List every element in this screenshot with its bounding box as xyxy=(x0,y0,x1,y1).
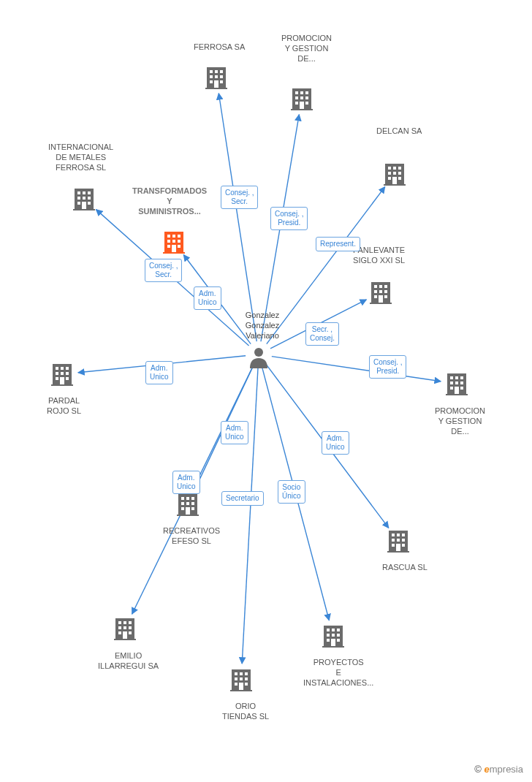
edge-label: Consej. , Presid. xyxy=(369,355,406,379)
svg-rect-41 xyxy=(77,202,80,205)
svg-rect-27 xyxy=(388,172,391,175)
svg-rect-110 xyxy=(387,551,409,553)
svg-rect-54 xyxy=(172,245,176,252)
svg-rect-64 xyxy=(384,295,387,298)
svg-rect-116 xyxy=(123,626,126,629)
svg-rect-73 xyxy=(66,372,69,375)
svg-rect-108 xyxy=(402,544,405,547)
svg-rect-14 xyxy=(300,91,303,94)
svg-rect-130 xyxy=(245,683,248,686)
edge-line xyxy=(272,357,441,381)
svg-rect-123 xyxy=(235,672,238,675)
svg-rect-76 xyxy=(60,377,64,384)
svg-rect-46 xyxy=(167,235,170,238)
svg-rect-65 xyxy=(379,295,383,303)
svg-rect-140 xyxy=(327,639,330,642)
svg-rect-77 xyxy=(51,384,73,386)
copyright-symbol: © xyxy=(474,764,482,775)
svg-rect-69 xyxy=(61,367,64,370)
edge-label: Consej. , Presid. xyxy=(270,207,308,230)
node-label: PARDAL ROJO SL xyxy=(47,396,81,417)
edge-label: Socio Único xyxy=(278,480,305,504)
edge-label: Adm. Unico xyxy=(172,471,200,494)
edge-label: Adm. Unico xyxy=(145,361,173,384)
svg-rect-132 xyxy=(230,690,252,691)
svg-rect-138 xyxy=(332,634,335,637)
svg-rect-58 xyxy=(379,285,382,288)
svg-rect-6 xyxy=(215,75,218,78)
svg-rect-91 xyxy=(186,497,189,500)
center-node-label: Gonzalez Gonzalez Valeriano xyxy=(237,311,288,341)
edge-label: Secr. , Consej. xyxy=(305,322,339,346)
svg-rect-4 xyxy=(220,70,223,73)
svg-rect-74 xyxy=(56,377,58,380)
svg-rect-39 xyxy=(83,197,86,200)
svg-rect-118 xyxy=(118,631,121,634)
svg-rect-127 xyxy=(240,677,243,680)
svg-rect-136 xyxy=(337,629,340,631)
svg-rect-52 xyxy=(167,245,170,248)
svg-rect-125 xyxy=(245,672,248,675)
svg-rect-49 xyxy=(167,240,170,243)
svg-rect-142 xyxy=(331,639,335,646)
node-label: ORIO TIENDAS SL xyxy=(222,702,269,722)
svg-rect-120 xyxy=(123,631,127,639)
svg-rect-115 xyxy=(118,626,121,629)
svg-rect-44 xyxy=(73,209,95,210)
svg-rect-57 xyxy=(374,285,377,288)
svg-point-0 xyxy=(254,348,263,357)
brand-e: e xyxy=(484,764,490,775)
svg-rect-11 xyxy=(205,88,227,89)
svg-rect-35 xyxy=(77,191,80,194)
svg-rect-5 xyxy=(210,75,213,78)
svg-rect-81 xyxy=(460,376,463,379)
svg-rect-18 xyxy=(305,96,308,99)
svg-rect-43 xyxy=(82,202,86,209)
svg-rect-99 xyxy=(177,515,199,516)
svg-rect-92 xyxy=(191,497,194,500)
svg-rect-19 xyxy=(295,102,298,105)
svg-rect-107 xyxy=(392,544,395,547)
svg-rect-26 xyxy=(398,167,401,170)
svg-rect-101 xyxy=(392,534,395,536)
svg-rect-129 xyxy=(235,683,238,686)
svg-rect-51 xyxy=(178,240,180,243)
svg-rect-93 xyxy=(181,502,184,505)
svg-rect-63 xyxy=(374,295,377,298)
svg-rect-85 xyxy=(450,387,453,390)
svg-rect-97 xyxy=(191,507,194,510)
svg-rect-20 xyxy=(305,102,308,105)
svg-rect-114 xyxy=(129,621,132,624)
node-label: PANLEVANTE SIGLO XXI SL xyxy=(353,246,405,266)
svg-rect-119 xyxy=(129,631,132,634)
svg-rect-121 xyxy=(114,639,136,640)
node-label: DELCAN SA xyxy=(376,126,422,137)
svg-rect-126 xyxy=(235,677,238,680)
svg-rect-72 xyxy=(61,372,64,375)
svg-rect-59 xyxy=(384,285,387,288)
svg-rect-62 xyxy=(384,290,387,293)
svg-rect-50 xyxy=(172,240,175,243)
svg-rect-7 xyxy=(220,75,223,78)
svg-rect-2 xyxy=(210,70,213,73)
node-label: EMILIO ILLARREGUI SA xyxy=(98,651,159,672)
node-label: RASCUA SL xyxy=(382,563,428,573)
node-label: RECREATIVOS EFESO SL xyxy=(163,526,220,547)
svg-rect-109 xyxy=(396,544,400,551)
edge-label: Represent. xyxy=(316,237,360,251)
svg-rect-53 xyxy=(178,245,180,248)
edge-line xyxy=(218,94,256,341)
svg-rect-90 xyxy=(181,497,184,500)
svg-rect-66 xyxy=(370,303,392,304)
svg-rect-131 xyxy=(239,683,243,690)
svg-rect-29 xyxy=(398,172,401,175)
edge-label: Secretario xyxy=(221,491,264,506)
footer-credit: © empresia xyxy=(474,764,523,775)
svg-rect-3 xyxy=(215,70,218,73)
svg-rect-84 xyxy=(460,381,463,384)
node-label: TRANSFORMADOS Y SUMINISTROS... xyxy=(132,186,207,216)
svg-rect-55 xyxy=(163,252,185,254)
svg-rect-61 xyxy=(379,290,382,293)
svg-rect-96 xyxy=(181,507,184,510)
svg-rect-83 xyxy=(455,381,458,384)
